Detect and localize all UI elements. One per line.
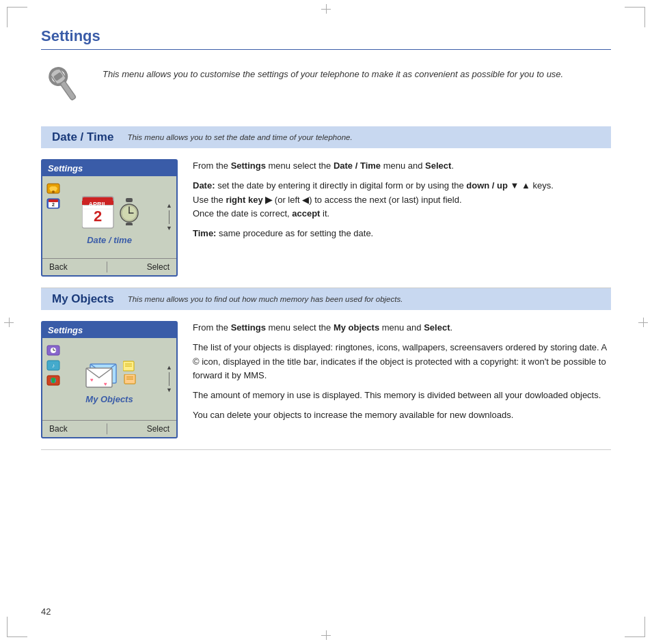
- cross-left: [4, 318, 14, 327]
- my-objects-p1: From the Settings menu select the My obj…: [193, 321, 611, 335]
- my-objects-phone-label: My Objects: [85, 394, 133, 404]
- date-time-phone-label: Date / time: [87, 235, 132, 245]
- phone-icon-bell: [46, 183, 60, 194]
- section-date-time: Date / Time This menu allows you to set …: [41, 126, 611, 288]
- my-objects-content-row: Settings ♪: [41, 310, 611, 450]
- intro-section: This menu allows you to customise the se…: [41, 62, 611, 110]
- svg-text:2: 2: [94, 208, 102, 225]
- date-time-p2: Date: set the date by entering it direct…: [193, 179, 611, 221]
- cross-bottom: [321, 630, 331, 640]
- svg-text:2: 2: [52, 202, 55, 207]
- my-objects-phone-nav: Back Select: [42, 420, 176, 437]
- phone-side-paper1: [123, 360, 137, 372]
- my-objects-back-btn: Back: [49, 424, 68, 434]
- date-time-back-btn: Back: [49, 262, 68, 272]
- border-corner-bl: [7, 617, 27, 637]
- border-corner-tl: [7, 7, 27, 27]
- phone-icon-ringtone: ♪: [46, 360, 60, 371]
- date-time-select-btn: Select: [147, 262, 169, 272]
- date-time-content-row: Settings: [41, 148, 611, 288]
- my-objects-desc: This menu allows you to find out how muc…: [128, 295, 403, 303]
- phone-side-paper2: [123, 374, 137, 387]
- svg-text:♥: ♥: [90, 377, 94, 383]
- phone-center-watch: [119, 198, 139, 225]
- phone-icon-globe: [46, 375, 60, 386]
- date-time-phone-nav: Back Select: [42, 258, 176, 275]
- nav-divider: [107, 262, 107, 272]
- date-time-p3: Time: same procedure as for setting the …: [193, 227, 611, 241]
- date-time-content: From the Settings menu select the Date /…: [193, 159, 611, 277]
- my-objects-phone-mockup: Settings ♪: [41, 321, 178, 438]
- phone-icon-calendar: 2: [46, 198, 60, 209]
- my-objects-title: My Objects: [52, 292, 114, 306]
- my-objects-p3: The amount of memory in use is displayed…: [193, 389, 611, 403]
- cross-top: [321, 4, 331, 14]
- wrench-icon: [41, 62, 89, 110]
- svg-rect-2: [60, 81, 77, 100]
- date-time-header: Date / Time This menu allows you to set …: [41, 126, 611, 148]
- intro-text: This menu allows you to customise the se…: [103, 62, 563, 81]
- svg-point-5: [52, 191, 55, 193]
- my-objects-p4: You can delete your objects to increase …: [193, 408, 611, 423]
- svg-text:♪: ♪: [52, 363, 55, 369]
- section-my-objects: My Objects This menu allows you to find …: [41, 288, 611, 450]
- date-time-phone-title: Settings: [42, 160, 176, 176]
- date-time-phone-mockup: Settings: [41, 159, 178, 277]
- page-number: 42: [41, 606, 51, 617]
- my-objects-content: From the Settings menu select the My obj…: [193, 321, 611, 438]
- border-corner-br: [625, 617, 645, 637]
- my-objects-p2: The list of your objects is displayed: r…: [193, 341, 611, 383]
- date-time-p1: From the Settings menu select the Date /…: [193, 159, 611, 173]
- svg-rect-21: [126, 223, 133, 225]
- my-objects-phone-title: Settings: [42, 322, 176, 338]
- date-time-phone-screen: 2 ▲ ▼: [42, 176, 176, 258]
- phone-icon-clock: [46, 345, 60, 356]
- border-corner-tr: [625, 7, 645, 27]
- svg-rect-16: [126, 198, 133, 202]
- my-objects-phone-screen: ♪ ▲ ▼: [42, 338, 176, 420]
- my-objects-select-btn: Select: [147, 424, 169, 434]
- my-objects-header: My Objects This menu allows you to find …: [41, 288, 611, 310]
- page-title: Settings: [41, 27, 611, 50]
- svg-text:APRIL: APRIL: [89, 201, 108, 208]
- phone-center-envelope: ♥ ♥: [85, 359, 120, 389]
- date-time-title: Date / Time: [52, 130, 113, 144]
- nav-divider-2: [107, 423, 107, 434]
- cross-right: [638, 318, 648, 327]
- date-time-desc: This menu allows you to set the date and…: [127, 133, 352, 141]
- svg-text:♥: ♥: [104, 381, 107, 387]
- phone-center-calendar: APRIL 2: [82, 194, 115, 229]
